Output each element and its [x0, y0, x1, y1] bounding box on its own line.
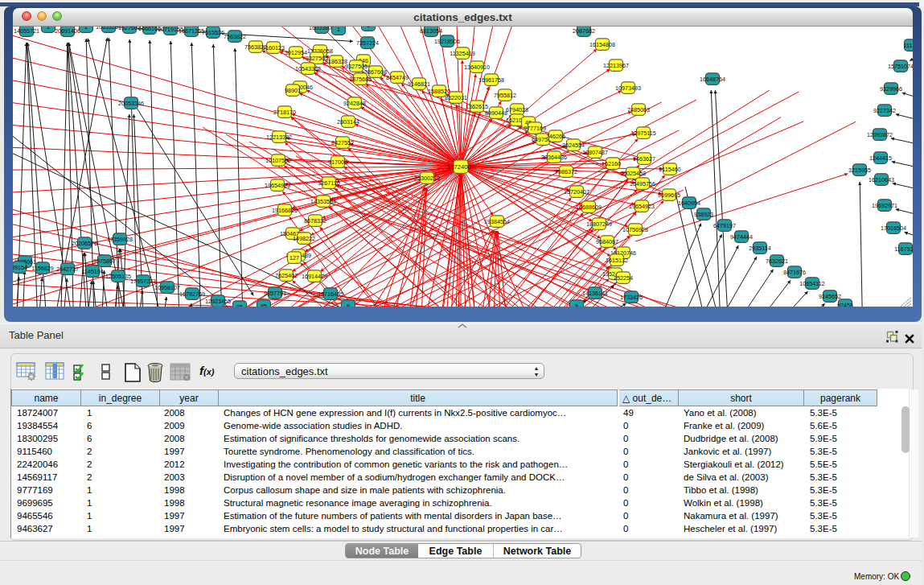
svg-text:14136141: 14136141	[582, 290, 608, 297]
svg-text:16961758: 16961758	[478, 76, 504, 84]
svg-text:7632621: 7632621	[766, 257, 788, 265]
svg-text:95: 95	[261, 303, 267, 307]
svg-text:20053346: 20053346	[118, 100, 144, 107]
svg-text:7563822: 7563822	[224, 33, 246, 40]
svg-text:9115460: 9115460	[659, 166, 680, 173]
svg-text:19384554: 19384554	[484, 218, 510, 225]
svg-text:2087682: 2087682	[573, 27, 595, 35]
svg-text:7955812: 7955812	[494, 92, 516, 99]
svg-text:9160123: 9160123	[262, 44, 285, 51]
svg-text:9474444: 9474444	[730, 233, 753, 241]
svg-text:8454749: 8454749	[386, 74, 409, 81]
svg-text:2942737: 2942737	[56, 266, 79, 273]
svg-text:19654923: 19654923	[629, 203, 655, 210]
svg-text:17359928: 17359928	[107, 236, 133, 243]
svg-text:1167533: 1167533	[894, 245, 913, 253]
svg-text:938923: 938923	[694, 211, 713, 218]
svg-text:9227342: 9227342	[873, 107, 896, 114]
svg-text:8990448: 8990448	[485, 109, 507, 117]
svg-text:10025458: 10025458	[620, 170, 646, 177]
svg-text:8322031: 8322031	[445, 94, 467, 101]
svg-text:10756928: 10756928	[622, 226, 648, 233]
svg-text:7485063: 7485063	[627, 106, 650, 113]
svg-text:10973493: 10973493	[615, 84, 641, 92]
svg-text:9245652: 9245652	[819, 293, 841, 300]
svg-text:12505135: 12505135	[105, 273, 131, 280]
svg-text:62160: 62160	[605, 160, 621, 167]
svg-text:8471676: 8471676	[783, 269, 806, 276]
svg-text:15720407: 15720407	[564, 188, 589, 196]
svg-text:19654923: 19654923	[265, 182, 290, 189]
svg-text:917006: 917006	[328, 159, 347, 166]
svg-text:252254: 252254	[614, 274, 633, 282]
svg-text:16648764: 16648764	[700, 76, 725, 83]
svg-text:127: 127	[290, 254, 299, 262]
svg-text:9857791: 9857791	[264, 290, 286, 297]
svg-text:9684067: 9684067	[596, 238, 618, 245]
svg-text:11123: 11123	[904, 42, 913, 49]
svg-text:25300213: 25300213	[414, 175, 440, 182]
svg-text:9329966: 9329966	[880, 85, 902, 93]
svg-text:1527602: 1527602	[118, 27, 141, 31]
svg-text:7357224: 7357224	[356, 39, 379, 47]
svg-text:18724007: 18724007	[447, 163, 474, 171]
svg-text:1: 1	[367, 27, 370, 29]
svg-text:2935114: 2935114	[749, 245, 770, 252]
svg-text:7986372: 7986372	[555, 168, 577, 175]
svg-text:8427552: 8427552	[331, 139, 354, 146]
svg-text:9463627: 9463627	[633, 155, 655, 163]
svg-text:10107552: 10107552	[265, 157, 291, 164]
svg-text:39154: 39154	[13, 264, 27, 271]
svg-text:12093872: 12093872	[867, 131, 893, 138]
svg-text:6794028: 6794028	[506, 106, 528, 113]
svg-text:17957223: 17957223	[130, 278, 156, 285]
svg-text:3912954: 3912954	[285, 49, 307, 56]
svg-text:10958107: 10958107	[154, 284, 180, 291]
svg-text:20364436: 20364436	[541, 154, 567, 161]
svg-text:9242848: 9242848	[343, 100, 366, 107]
svg-text:1733426: 1733426	[620, 294, 643, 301]
svg-text:1: 1	[337, 27, 340, 33]
svg-text:12975115: 12975115	[630, 130, 655, 137]
svg-text:9699695: 9699695	[658, 192, 680, 199]
svg-text:9777169: 9777169	[524, 125, 546, 132]
svg-text:2867608: 2867608	[364, 68, 387, 76]
svg-text:8678332: 8678332	[304, 217, 326, 225]
svg-text:15751074: 15751074	[888, 63, 913, 70]
svg-text:16154808: 16154808	[589, 41, 615, 48]
svg-text:1615132: 1615132	[606, 257, 628, 264]
svg-text:10543362: 10543362	[295, 65, 321, 72]
svg-text:3215955: 3215955	[848, 167, 871, 174]
svg-text:19692971: 19692971	[872, 202, 897, 209]
svg-text:11325419: 11325419	[450, 50, 474, 57]
svg-text:7515526: 7515526	[202, 29, 224, 36]
svg-text:16671355: 16671355	[179, 27, 204, 35]
svg-text:1: 1	[84, 27, 88, 31]
svg-text:8813054: 8813054	[420, 27, 442, 35]
svg-text:92456: 92456	[837, 302, 853, 307]
svg-text:6479197: 6479197	[713, 222, 736, 229]
svg-text:1640954: 1640954	[678, 200, 700, 207]
svg-text:9146821: 9146821	[408, 80, 430, 88]
svg-text:16782759: 16782759	[179, 290, 205, 298]
svg-text:1: 1	[47, 27, 50, 31]
svg-text:1156829: 1156829	[31, 265, 53, 272]
svg-text:18807249: 18807249	[586, 220, 612, 228]
svg-text:16495756: 16495756	[630, 180, 655, 187]
svg-text:3875685: 3875685	[349, 76, 372, 83]
svg-text:12923465: 12923465	[205, 298, 231, 305]
svg-text:1498222: 1498222	[293, 235, 315, 242]
svg-text:16210643: 16210643	[869, 176, 894, 183]
svg-text:9: 9	[575, 303, 578, 307]
svg-text:1145194: 1145194	[81, 268, 103, 275]
svg-text:10654112: 10654112	[799, 280, 824, 287]
svg-text:19166825: 19166825	[272, 207, 298, 214]
svg-text:16914479: 16914479	[302, 273, 327, 280]
svg-text:12213967: 12213967	[603, 62, 629, 69]
svg-text:14055721: 14055721	[14, 27, 39, 35]
svg-text:3267110: 3267110	[318, 179, 339, 187]
svg-text:10807487: 10807487	[582, 149, 608, 156]
svg-text:98901: 98901	[285, 87, 301, 94]
svg-text:20691406: 20691406	[55, 27, 80, 35]
svg-text:16033809: 16033809	[309, 27, 335, 31]
